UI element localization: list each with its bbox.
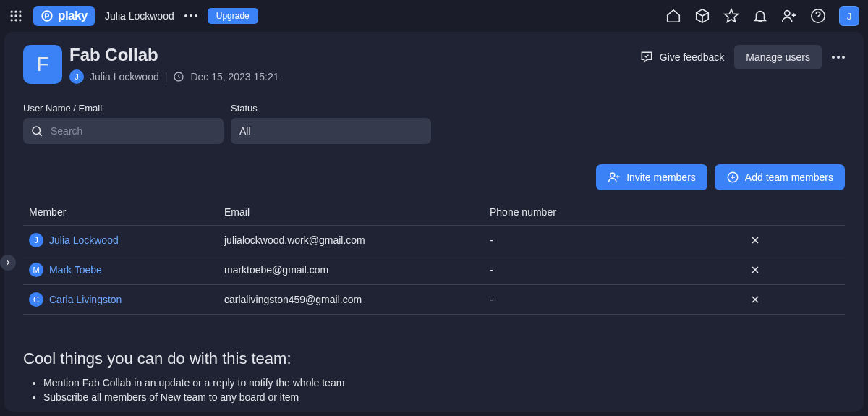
member-phone: - xyxy=(490,234,671,246)
created-timestamp: Dec 15, 2023 15:21 xyxy=(190,71,278,82)
svg-point-5 xyxy=(19,14,21,17)
svg-point-4 xyxy=(14,14,17,17)
invite-members-button[interactable]: Invite members xyxy=(596,164,707,190)
table-row: C Carla Livingston carlalivingston459@gm… xyxy=(23,285,845,315)
team-title: Fab Collab xyxy=(69,45,279,65)
member-phone: - xyxy=(490,264,671,276)
search-icon xyxy=(30,124,43,137)
logo[interactable]: plaky xyxy=(33,6,95,26)
member-email: julialockwood.work@gmail.com xyxy=(224,234,490,246)
workspace-name[interactable]: Julia Lockwood xyxy=(105,10,174,22)
apps-grid-icon[interactable] xyxy=(9,9,23,23)
svg-point-1 xyxy=(14,11,17,13)
invite-label: Invite members xyxy=(626,171,696,183)
logo-text: plaky xyxy=(58,9,88,23)
member-name-link[interactable]: Carla Livingston xyxy=(49,294,122,305)
owner-avatar: J xyxy=(69,69,84,84)
more-menu-icon[interactable] xyxy=(184,14,197,17)
svg-point-3 xyxy=(11,14,13,17)
clock-icon xyxy=(173,71,184,82)
member-email: marktoebe@gmail.com xyxy=(224,264,490,276)
member-name-link[interactable]: Julia Lockwood xyxy=(49,234,119,246)
give-feedback-link[interactable]: Give feedback xyxy=(639,50,725,64)
svg-point-8 xyxy=(19,19,21,21)
feedback-label: Give feedback xyxy=(660,51,725,63)
bell-icon[interactable] xyxy=(752,8,768,24)
upgrade-button[interactable]: Upgrade xyxy=(208,8,258,24)
remove-icon[interactable] xyxy=(749,264,761,276)
svg-point-0 xyxy=(11,11,13,13)
svg-point-13 xyxy=(33,127,41,135)
svg-point-7 xyxy=(14,19,17,21)
add-user-icon[interactable] xyxy=(781,8,797,24)
member-name-link[interactable]: Mark Toebe xyxy=(49,264,102,276)
member-avatar: J xyxy=(29,233,43,247)
svg-point-10 xyxy=(785,11,790,16)
remove-icon[interactable] xyxy=(749,294,761,305)
add-team-members-button[interactable]: Add team members xyxy=(715,164,845,190)
feedback-icon xyxy=(639,50,654,64)
home-icon[interactable] xyxy=(665,8,681,24)
invite-icon xyxy=(608,171,621,184)
member-phone: - xyxy=(490,294,671,305)
user-avatar[interactable]: J xyxy=(839,6,859,26)
table-row: M Mark Toebe marktoebe@gmail.com - xyxy=(23,255,845,285)
tip-item: Subscribe all members of New team to any… xyxy=(43,390,845,404)
status-select[interactable]: All xyxy=(231,118,431,144)
status-label: Status xyxy=(231,103,431,114)
star-icon[interactable] xyxy=(723,8,739,24)
tip-item: Mention Fab Collab in an update or a rep… xyxy=(43,375,845,390)
tips-title: Cool things you can do with this team: xyxy=(23,349,845,368)
member-avatar: C xyxy=(29,292,43,307)
package-icon[interactable] xyxy=(694,8,710,24)
svg-point-6 xyxy=(11,19,13,21)
member-avatar: M xyxy=(29,263,43,277)
owner-name[interactable]: Julia Lockwood xyxy=(90,71,159,82)
add-circle-icon xyxy=(726,171,739,184)
col-member: Member xyxy=(29,206,224,218)
add-label: Add team members xyxy=(745,171,833,183)
svg-point-9 xyxy=(42,11,52,21)
expand-sidebar-handle[interactable] xyxy=(0,255,16,271)
header-more-icon[interactable] xyxy=(832,56,845,59)
help-icon[interactable] xyxy=(810,8,826,24)
svg-point-14 xyxy=(610,173,615,177)
table-row: J Julia Lockwood julialockwood.work@gmai… xyxy=(23,226,845,255)
col-phone: Phone number xyxy=(490,206,671,218)
search-label: User Name / Email xyxy=(23,103,224,114)
remove-icon[interactable] xyxy=(749,234,761,246)
manage-users-button[interactable]: Manage users xyxy=(734,45,822,69)
member-email: carlalivingston459@gmail.com xyxy=(224,294,490,305)
search-input[interactable] xyxy=(23,118,224,144)
team-avatar: F xyxy=(23,45,62,84)
meta-divider: | xyxy=(165,71,168,82)
col-email: Email xyxy=(224,206,490,218)
svg-point-2 xyxy=(19,11,21,13)
status-value: All xyxy=(239,125,251,137)
